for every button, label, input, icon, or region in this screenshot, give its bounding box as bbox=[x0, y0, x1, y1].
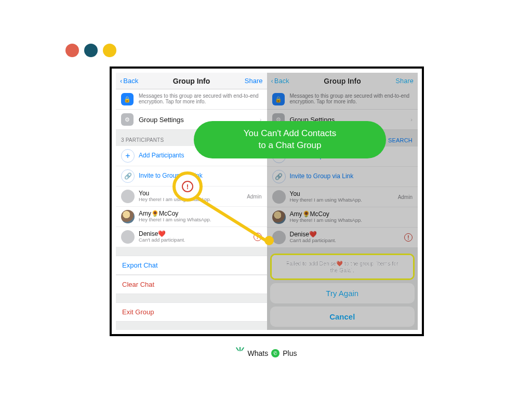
member-row-you[interactable]: You Hey there! I am using WhatsApp. Admi… bbox=[267, 187, 418, 207]
link-icon: 🔗 bbox=[121, 169, 135, 183]
page-title: Group Info bbox=[173, 77, 210, 85]
member-name: Amy🌻McCoy bbox=[139, 210, 211, 218]
footer-word-left: Whats bbox=[248, 349, 269, 357]
admin-badge: Admin bbox=[398, 194, 413, 200]
member-row-amy[interactable]: Amy🌻McCoy Hey there! I am using WhatsApp… bbox=[267, 207, 418, 228]
try-again-button[interactable]: Try Again bbox=[270, 283, 415, 303]
dot-gold bbox=[103, 44, 116, 57]
member-row-denise[interactable]: Denise❤️ Can't add participant. ! bbox=[267, 228, 418, 248]
phone-right: ‹ Back Group Info Share 🔒 Messages to th… bbox=[267, 73, 418, 330]
encryption-text: Messages to this group are secured with … bbox=[139, 93, 262, 104]
phone-left: ‹ Back Group Info Share 🔒 Messages to th… bbox=[116, 73, 267, 330]
exclamation-icon: ! bbox=[182, 181, 193, 192]
share-button[interactable]: Share bbox=[395, 77, 414, 85]
member-status: Hey there! I am using WhatsApp. bbox=[290, 218, 362, 223]
avatar bbox=[272, 210, 286, 224]
footer-word-right: Plus bbox=[283, 349, 297, 357]
dot-red bbox=[65, 44, 79, 57]
chevron-left-icon: ‹ bbox=[120, 77, 122, 85]
member-status: Hey there! I am using WhatsApp. bbox=[290, 197, 362, 203]
search-button[interactable]: SEARCH bbox=[388, 137, 413, 143]
member-row-denise[interactable]: Denise❤️ Can't add participant. ! bbox=[116, 227, 267, 247]
caption-line2: to a Chat Group bbox=[244, 140, 336, 152]
alert-highlight: Failed to add Denise❤️ to the group "Ite… bbox=[270, 254, 415, 280]
callout-circle: ! bbox=[172, 171, 203, 202]
participants-count: 3 PARTICIPANTS bbox=[121, 137, 164, 143]
back-button[interactable]: ‹ Back bbox=[120, 77, 138, 85]
export-chat-button[interactable]: Export Chat bbox=[116, 256, 267, 275]
link-icon: 🔗 bbox=[272, 170, 286, 183]
member-name: You bbox=[290, 191, 362, 198]
avatar bbox=[272, 190, 286, 204]
admin-badge: Admin bbox=[247, 194, 261, 200]
exit-group-button[interactable]: Exit Group bbox=[116, 302, 267, 322]
invite-link-row[interactable]: 🔗 Invite to Group via Link bbox=[267, 167, 418, 187]
chevron-left-icon: ‹ bbox=[271, 77, 273, 85]
page-title: Group Info bbox=[324, 77, 361, 85]
error-icon: ! bbox=[404, 233, 413, 242]
navbar: ‹ Back Group Info Share bbox=[267, 73, 418, 89]
avatar bbox=[121, 190, 135, 203]
invite-link-label: Invite to Group via Link bbox=[290, 173, 354, 180]
encryption-icon: 🔒 bbox=[121, 93, 134, 105]
encryption-row[interactable]: 🔒 Messages to this group are secured wit… bbox=[267, 89, 418, 110]
alert-message: Failed to add Denise❤️ to the group "Ite… bbox=[272, 255, 414, 278]
dot-teal bbox=[84, 44, 98, 57]
whatsapp-icon: ✆ bbox=[271, 349, 280, 357]
navbar: ‹ Back Group Info Share bbox=[116, 73, 267, 89]
callout-endpoint bbox=[264, 236, 274, 245]
member-status: Can't add participant. bbox=[139, 237, 185, 243]
back-label: Back bbox=[123, 77, 138, 85]
encryption-row[interactable]: 🔒 Messages to this group are secured wit… bbox=[116, 89, 267, 110]
footer-logo: Whats ✆ Plus bbox=[0, 349, 532, 357]
add-participants-label: Add Participants bbox=[139, 152, 184, 159]
encryption-text: Messages to this group are secured with … bbox=[290, 93, 413, 104]
chevron-right-icon: › bbox=[410, 116, 413, 123]
plus-icon: + bbox=[121, 149, 135, 163]
back-button[interactable]: ‹ Back bbox=[271, 77, 289, 85]
cancel-button[interactable]: Cancel bbox=[270, 307, 415, 327]
member-name: Denise❤️ bbox=[290, 231, 336, 238]
gear-icon: ⚙ bbox=[121, 113, 134, 126]
action-sheet: Failed to add Denise❤️ to the group "Ite… bbox=[270, 254, 415, 327]
member-row-amy[interactable]: Amy🌻McCoy Hey there! I am using WhatsApp… bbox=[116, 207, 267, 227]
share-button[interactable]: Share bbox=[245, 77, 263, 85]
caption-pill: You Can't Add Contacts to a Chat Group bbox=[194, 121, 386, 158]
member-status: Can't add participant. bbox=[290, 238, 336, 244]
avatar bbox=[121, 210, 135, 223]
avatar bbox=[121, 230, 135, 244]
screenshot-frame: ‹ Back Group Info Share 🔒 Messages to th… bbox=[110, 66, 424, 336]
avatar bbox=[272, 231, 286, 244]
member-name: Denise❤️ bbox=[139, 231, 185, 238]
window-dots bbox=[65, 44, 116, 57]
group-settings-label: Group Settings bbox=[139, 116, 184, 124]
encryption-icon: 🔒 bbox=[272, 93, 285, 105]
clear-chat-button[interactable]: Clear Chat bbox=[116, 275, 267, 294]
caption-line1: You Can't Add Contacts bbox=[244, 128, 336, 140]
member-name: Amy🌻McCoy bbox=[290, 211, 362, 218]
member-status: Hey there! I am using WhatsApp. bbox=[139, 217, 211, 223]
back-label: Back bbox=[274, 77, 289, 85]
spark-icon bbox=[235, 345, 245, 353]
